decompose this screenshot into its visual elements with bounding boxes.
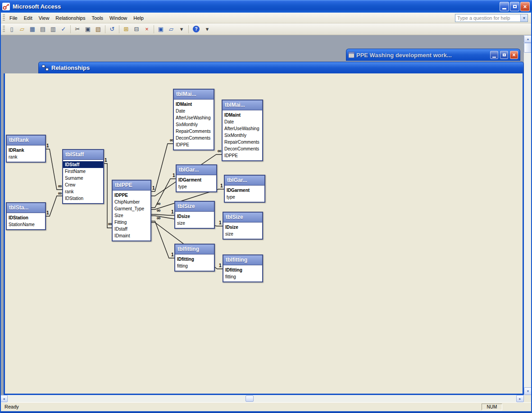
field-IDGarment[interactable]: IDGarment <box>177 177 216 183</box>
table-tblStation[interactable]: tblSta...IDStationStationName <box>6 202 46 230</box>
menu-window[interactable]: Window <box>106 14 130 23</box>
field-DeconComments[interactable]: DeconComments <box>223 145 262 152</box>
horizontal-scroll-thumb[interactable] <box>246 395 254 402</box>
help-question-box[interactable]: Type a question for help ▼ <box>455 14 528 22</box>
field-DeconComments[interactable]: DeconComments <box>174 135 214 141</box>
paste-icon[interactable]: ▧ <box>93 25 103 34</box>
field-SixMonthly[interactable]: SixMonthly <box>174 121 214 128</box>
child-close-button[interactable]: × <box>510 51 518 59</box>
table-title[interactable]: tblRank <box>7 136 45 145</box>
show-direct-relationships-icon[interactable]: ⊟ <box>132 25 141 34</box>
relationship-line[interactable] <box>150 179 176 208</box>
field-IDGarment[interactable]: IDGarment <box>225 187 264 194</box>
table-tblGarment_1[interactable]: tblGar...IDGarmenttype <box>224 175 265 203</box>
relationship-line[interactable] <box>150 144 173 191</box>
field-IDPPE[interactable]: IDPPE <box>174 141 214 148</box>
field-IDMaint[interactable]: IDMaint <box>223 112 262 118</box>
relationship-line[interactable] <box>150 214 174 215</box>
field-IDStation[interactable]: IDStation <box>63 195 103 202</box>
field-type[interactable]: type <box>177 183 216 190</box>
field-IDStation[interactable]: IDStation <box>7 214 45 221</box>
new-icon[interactable]: ▯ <box>7 25 17 34</box>
open-icon[interactable]: ▱ <box>17 25 27 34</box>
table-title[interactable]: tblfitting <box>223 255 262 265</box>
print-icon[interactable]: ▤ <box>38 25 48 34</box>
print-preview-icon[interactable]: ▥ <box>48 25 58 34</box>
table-tblfitting[interactable]: tblfittingIDfittingfitting <box>174 244 215 272</box>
database-window-icon[interactable]: ▣ <box>156 25 166 34</box>
relationships-canvas[interactable]: 1∞1∞1∞1∞∞1∞11∞11∞1 tblRankIDRankranktblS… <box>5 73 523 392</box>
field-IDsize[interactable]: IDsize <box>175 213 214 220</box>
table-tblGarment[interactable]: tblGar...IDGarmenttype <box>176 164 217 192</box>
table-title[interactable]: tblPPE <box>113 181 150 191</box>
table-tblMaint[interactable]: tblMai...IDMaintDateAfterUseWashingSixMo… <box>173 89 214 150</box>
field-IDfitting[interactable]: IDfitting <box>223 267 262 273</box>
menu-tools[interactable]: Tools <box>88 14 106 23</box>
copy-icon[interactable]: ▣ <box>83 25 93 34</box>
table-tblSize[interactable]: tblSizeIDsizesize <box>174 201 215 229</box>
relationships-titlebar[interactable]: Relationships <box>38 62 524 73</box>
table-tblfitting_1[interactable]: tblfittingIDfittingfitting <box>223 254 263 282</box>
field-Size[interactable]: Size <box>113 212 150 219</box>
cut-icon[interactable]: ✂ <box>73 25 82 34</box>
field-Date[interactable]: Date <box>174 108 214 114</box>
scroll-left-button[interactable]: ◄ <box>0 395 8 402</box>
table-tblStaff[interactable]: tblStaffIDStaffFirstNameSurnameCrewrankI… <box>62 149 104 204</box>
field-IDStaff[interactable]: IDStaff <box>63 161 103 168</box>
table-title[interactable]: tblGar... <box>177 165 216 175</box>
field-IDsize[interactable]: IDsize <box>223 224 262 231</box>
horizontal-scrollbar[interactable]: ◄ ► <box>0 395 524 402</box>
menubar-grip[interactable] <box>3 14 5 21</box>
table-title[interactable]: tblMai... <box>174 90 214 100</box>
field-IDPPE[interactable]: IDPPE <box>113 192 150 199</box>
show-table-icon[interactable]: ⊞ <box>121 25 131 34</box>
field-SixMonthly[interactable]: SixMonthly <box>223 132 262 139</box>
field-IDstaff[interactable]: IDstaff <box>113 226 150 232</box>
menu-relationships[interactable]: Relationships <box>52 14 88 23</box>
field-IDPPE[interactable]: IDPPE <box>223 152 262 159</box>
field-AfterUseWashing[interactable]: AfterUseWashing <box>174 114 214 121</box>
field-fitting[interactable]: fitting <box>175 263 214 269</box>
field-RepairComments[interactable]: RepairComments <box>174 128 214 135</box>
field-IDMaint[interactable]: IDMaint <box>174 101 214 108</box>
field-type[interactable]: type <box>225 194 264 200</box>
database-window-titlebar[interactable]: PPE Washing development work... × <box>346 49 520 61</box>
help-icon[interactable]: ? <box>193 26 200 32</box>
new-object-icon[interactable]: ▱ <box>166 25 176 34</box>
menu-view[interactable]: View <box>36 14 53 23</box>
new-object-arrow-icon[interactable]: ▾ <box>177 25 186 34</box>
relationship-line[interactable] <box>150 221 174 258</box>
field-Surname[interactable]: Surname <box>63 175 103 182</box>
table-title[interactable]: tblGar... <box>225 176 264 186</box>
field-Date[interactable]: Date <box>223 118 262 125</box>
field-IDRank[interactable]: IDRank <box>7 147 45 154</box>
field-size[interactable]: size <box>175 220 214 227</box>
field-Fitting[interactable]: Fitting <box>113 219 150 226</box>
field-RepairComments[interactable]: RepairComments <box>223 139 262 145</box>
field-AfterUseWashing[interactable]: AfterUseWashing <box>223 125 262 132</box>
field-ChipNumber[interactable]: ChipNumber <box>113 199 150 205</box>
toolbar-options-icon[interactable]: ▾ <box>202 25 212 34</box>
spelling-icon[interactable]: ✓ <box>59 25 68 34</box>
field-FirstName[interactable]: FirstName <box>63 168 103 175</box>
menu-help[interactable]: Help <box>130 14 147 23</box>
table-tblPPE[interactable]: tblPPEIDPPEChipNumberGarment_TypeSizeFit… <box>112 180 151 241</box>
field-rank[interactable]: rank <box>7 154 45 160</box>
menu-edit[interactable]: Edit <box>21 14 36 23</box>
table-title[interactable]: tblSize <box>223 213 262 222</box>
table-title[interactable]: tblStaff <box>63 150 103 160</box>
field-StationName[interactable]: StationName <box>7 221 45 228</box>
save-icon[interactable]: ▦ <box>27 25 37 34</box>
table-tblMaint_1[interactable]: tblMai...IDMaintDateAfterUseWashingSixMo… <box>222 100 263 161</box>
field-fitting[interactable]: fitting <box>223 273 262 280</box>
child-restore-button[interactable] <box>500 51 508 59</box>
table-tblRank[interactable]: tblRankIDRankrank <box>6 135 46 163</box>
field-Crew[interactable]: Crew <box>63 182 103 188</box>
clear-layout-icon[interactable]: × <box>142 25 152 34</box>
field-IDfitting[interactable]: IDfitting <box>175 256 214 263</box>
restore-button[interactable] <box>510 2 519 11</box>
field-size[interactable]: size <box>223 231 262 237</box>
table-title[interactable]: tblMai... <box>223 100 262 110</box>
close-button[interactable]: × <box>520 2 530 11</box>
field-Garment_Type[interactable]: Garment_Type <box>113 205 150 212</box>
